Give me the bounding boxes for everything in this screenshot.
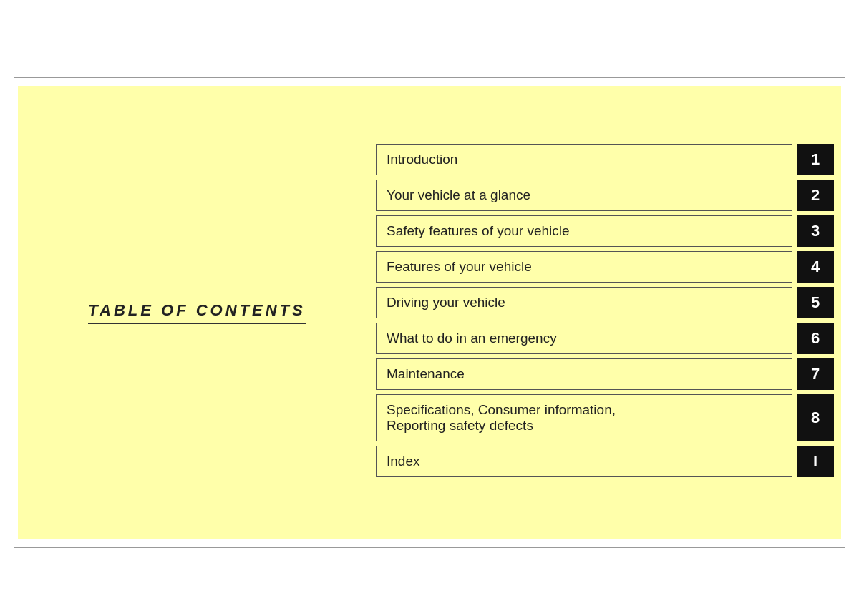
toc-label-2[interactable]: Your vehicle at a glance — [376, 180, 792, 211]
toc-label-text-8-line2: Reporting safety defects — [387, 418, 533, 434]
toc-label-text-7: Maintenance — [387, 366, 465, 382]
toc-label-8[interactable]: Specifications, Consumer information, Re… — [376, 394, 792, 441]
toc-title: TABLE OF CONTENTS — [88, 301, 305, 324]
toc-row-9: Index I — [376, 446, 834, 477]
toc-label-3[interactable]: Safety features of your vehicle — [376, 215, 792, 247]
toc-row-5: Driving your vehicle 5 — [376, 287, 834, 318]
toc-number-3: 3 — [797, 215, 834, 247]
toc-label-9[interactable]: Index — [376, 446, 792, 477]
toc-label-7[interactable]: Maintenance — [376, 358, 792, 390]
toc-label-text-2: Your vehicle at a glance — [387, 187, 530, 203]
toc-list: Introduction 1 Your vehicle at a glance … — [376, 131, 834, 494]
toc-number-2: 2 — [797, 180, 834, 211]
toc-row-2: Your vehicle at a glance 2 — [376, 180, 834, 211]
toc-label-5[interactable]: Driving your vehicle — [376, 287, 792, 318]
toc-label-text-1: Introduction — [387, 152, 457, 167]
toc-label-text-8-line1: Specifications, Consumer information, — [387, 402, 616, 418]
toc-label-1[interactable]: Introduction — [376, 144, 792, 175]
toc-number-4: 4 — [797, 251, 834, 283]
page-container: TABLE OF CONTENTS Introduction 1 Your ve… — [0, 0, 859, 616]
toc-label-text-3: Safety features of your vehicle — [387, 223, 570, 239]
toc-row-8: Specifications, Consumer information, Re… — [376, 394, 834, 441]
toc-row-4: Features of your vehicle 4 — [376, 251, 834, 283]
top-line — [14, 77, 845, 78]
toc-number-1: 1 — [797, 144, 834, 175]
toc-label-text-9: Index — [387, 454, 419, 469]
toc-row-1: Introduction 1 — [376, 144, 834, 175]
toc-number-5: 5 — [797, 287, 834, 318]
toc-label-4[interactable]: Features of your vehicle — [376, 251, 792, 283]
yellow-box: TABLE OF CONTENTS Introduction 1 Your ve… — [18, 86, 841, 539]
toc-label-text-5: Driving your vehicle — [387, 295, 505, 311]
toc-number-8: 8 — [797, 394, 834, 441]
toc-number-6: 6 — [797, 323, 834, 354]
bottom-line — [14, 547, 845, 548]
toc-row-6: What to do in an emergency 6 — [376, 323, 834, 354]
toc-label-text-6: What to do in an emergency — [387, 331, 557, 346]
toc-row-3: Safety features of your vehicle 3 — [376, 215, 834, 247]
toc-label-text-4: Features of your vehicle — [387, 259, 532, 275]
toc-label-6[interactable]: What to do in an emergency — [376, 323, 792, 354]
left-section: TABLE OF CONTENTS — [18, 287, 376, 338]
toc-number-7: 7 — [797, 358, 834, 390]
toc-row-7: Maintenance 7 — [376, 358, 834, 390]
toc-number-9: I — [797, 446, 834, 477]
